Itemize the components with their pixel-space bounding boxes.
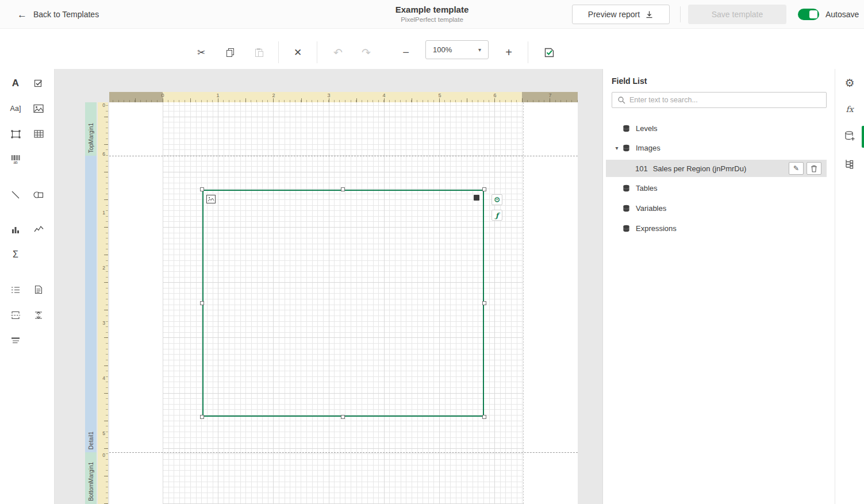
active-panel-indicator: [862, 126, 864, 148]
redo-button[interactable]: ↷: [356, 43, 376, 62]
chevron-down-icon[interactable]: ▾: [611, 145, 623, 151]
image-label: Sales per Region (jnPmrDu): [653, 164, 747, 173]
band-strip-top-margin[interactable]: TopMargin1: [85, 102, 97, 156]
label-tool[interactable]: A: [6, 74, 25, 93]
field-search-box[interactable]: [612, 92, 827, 108]
chevron-down-icon: ▾: [478, 47, 481, 53]
report-structure-panel-button[interactable]: [839, 153, 860, 174]
tree-item-expressions[interactable]: Expressions: [603, 220, 835, 237]
band-separator-line[interactable]: [109, 156, 578, 156]
tree-item-image-101[interactable]: 101 Sales per Region (jnPmrDu) ✎: [606, 160, 827, 177]
shape-tool[interactable]: [29, 185, 48, 205]
tree-item-label: Variables: [636, 204, 666, 213]
list-tool[interactable]: [6, 280, 25, 299]
page-subtitle: PixelPerfect template: [395, 16, 469, 23]
header-divider: [680, 6, 681, 22]
band-strip-bottom-margin[interactable]: BottomMargin1: [85, 452, 97, 504]
copy-icon: [225, 48, 235, 57]
panel-tool[interactable]: [6, 124, 25, 144]
zoom-out-button[interactable]: −: [396, 43, 416, 62]
formulas-panel-button[interactable]: fx: [839, 99, 860, 120]
tree-item-label: Tables: [636, 184, 658, 193]
resize-handle-top-left[interactable]: [200, 187, 204, 191]
edit-image-button[interactable]: ✎: [789, 162, 804, 175]
element-settings-button[interactable]: ⚙: [491, 194, 502, 205]
v-ruler-label: 0: [102, 452, 105, 458]
h-ruler-label: 7: [548, 93, 551, 98]
image-element-type-icon: [206, 195, 216, 203]
field-search-input[interactable]: [629, 96, 821, 104]
panel-frame-icon: [11, 130, 21, 138]
tree-item-variables[interactable]: Variables: [603, 199, 835, 217]
undo-button[interactable]: ↶: [328, 43, 348, 62]
zoom-in-button[interactable]: +: [499, 43, 519, 62]
field-list-panel-button[interactable]: [839, 126, 860, 147]
v-ruler-label: 2: [102, 265, 105, 271]
copy-button[interactable]: [220, 43, 240, 62]
hierarchy-tree-icon: [844, 158, 855, 170]
sparkline-tool[interactable]: [29, 220, 48, 239]
picture-icon: [33, 104, 44, 113]
resize-handle-top-center[interactable]: [341, 187, 345, 191]
element-formula-button[interactable]: ƒ: [491, 210, 502, 221]
settings-panel-button[interactable]: ⚙: [839, 72, 860, 93]
table-tool[interactable]: [29, 124, 48, 144]
resize-handle-middle-right[interactable]: [482, 301, 486, 305]
page-break-icon: [11, 311, 20, 320]
image-id: 101: [635, 164, 648, 173]
resize-handle-bottom-center[interactable]: [341, 415, 345, 419]
horizontal-ruler[interactable]: 0 1 2 3 4 5 6 7: [109, 92, 578, 102]
shapes-icon: [33, 190, 44, 199]
band-separator-line[interactable]: [109, 452, 578, 453]
zoom-select[interactable]: 100% ▾: [425, 40, 489, 59]
autosave-label: Autosave: [825, 0, 859, 29]
h-ruler-label: 6: [493, 93, 496, 98]
resize-handle-bottom-left[interactable]: [200, 415, 204, 419]
delete-image-button[interactable]: [807, 162, 821, 175]
table-icon: [34, 130, 44, 138]
right-icon-strip: ⚙ fx: [835, 69, 864, 504]
selected-image-element[interactable]: ⚙ ƒ: [202, 190, 484, 417]
tree-item-images[interactable]: ▾ Images: [603, 139, 835, 156]
printable-area-edge: [523, 102, 524, 504]
page-break-tool[interactable]: [6, 305, 25, 325]
resize-handle-bottom-right[interactable]: [482, 415, 486, 419]
vertical-ruler[interactable]: 0 6 1 2 3 4 5 0: [98, 102, 108, 504]
barcode-tool[interactable]: ab: [6, 149, 25, 169]
line-tool[interactable]: [6, 185, 25, 205]
band-label: TopMargin1: [88, 123, 94, 153]
resize-handle-middle-left[interactable]: [200, 301, 204, 305]
rich-text-tool[interactable]: Aa]: [6, 99, 25, 118]
cut-button[interactable]: ✂: [191, 43, 211, 62]
tree-item-label: Expressions: [636, 224, 677, 233]
chart-tool[interactable]: [6, 220, 25, 239]
delete-button[interactable]: ✕: [288, 43, 308, 62]
checkbox-tool[interactable]: [29, 74, 48, 93]
sigma-icon: Σ: [13, 249, 18, 260]
paste-button[interactable]: [249, 43, 268, 62]
resize-handle-top-right[interactable]: [482, 187, 486, 191]
design-canvas[interactable]: 0 1 2 3 4 5 6 7 0 6 1 2 3 4 5 0 TopMargi…: [55, 69, 602, 504]
band-label: Detail1: [88, 432, 94, 449]
tree-item-tables[interactable]: Tables: [603, 179, 835, 197]
v-ruler-label: 4: [102, 375, 105, 381]
h-ruler-label: 4: [382, 93, 385, 98]
cross-band-line-tool[interactable]: [29, 305, 48, 325]
report-page[interactable]: ⚙ ƒ: [109, 102, 578, 504]
back-to-templates-button[interactable]: ← Back to Templates: [17, 0, 99, 29]
trash-icon: [811, 165, 817, 172]
checkbox-icon: [34, 79, 43, 88]
data-binding-tag-icon[interactable]: [474, 195, 479, 201]
page-info-tool[interactable]: [29, 280, 48, 299]
validate-report-button[interactable]: [539, 43, 559, 62]
autosave-toggle[interactable]: [798, 9, 819, 20]
preview-report-button[interactable]: Preview report: [572, 5, 670, 24]
summary-tool[interactable]: Σ: [6, 245, 25, 264]
table-of-contents-tool[interactable]: [6, 330, 25, 350]
editor-toolbar: ✂ ✕ ↶ ↷ − 100% ▾ +: [0, 29, 864, 69]
band-strip-detail[interactable]: Detail1: [85, 156, 97, 452]
tree-item-levels[interactable]: Levels: [603, 120, 835, 137]
save-template-button[interactable]: Save template: [688, 5, 786, 24]
bar-chart-icon: [11, 225, 20, 234]
picture-box-tool[interactable]: [29, 99, 48, 118]
